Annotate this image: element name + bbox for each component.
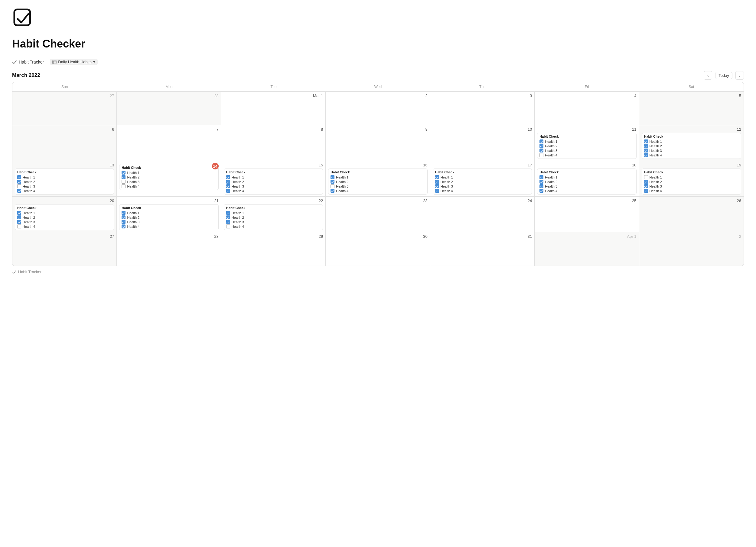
- habit-item-2-2-2[interactable]: Health 3: [226, 184, 321, 188]
- day-cell-4-6[interactable]: 2: [639, 232, 744, 265]
- checkbox-2-5-2[interactable]: [539, 184, 543, 188]
- day-cell-2-4[interactable]: 17Habit CheckHealth 1Health 2Health 3Hea…: [430, 161, 535, 196]
- checkbox-2-0-2[interactable]: [17, 184, 21, 188]
- day-cell-0-0[interactable]: 27: [12, 92, 117, 125]
- day-cell-2-1[interactable]: 14Habit CheckHealth 1Health 2Health 3Hea…: [117, 161, 221, 196]
- day-cell-3-0[interactable]: 20Habit CheckHealth 1Health 2Health 3Hea…: [12, 197, 117, 232]
- day-cell-0-6[interactable]: 5: [639, 92, 744, 125]
- habit-card-3-0[interactable]: Habit CheckHealth 1Health 2Health 3Healt…: [15, 204, 114, 230]
- habit-item-2-3-1[interactable]: Health 2: [331, 180, 425, 184]
- habit-item-2-4-3[interactable]: Health 4: [435, 189, 530, 193]
- habit-item-3-0-2[interactable]: Health 3: [17, 220, 112, 224]
- day-cell-1-3[interactable]: 9: [326, 125, 430, 161]
- habit-card-2-4[interactable]: Habit CheckHealth 1Health 2Health 3Healt…: [433, 168, 532, 194]
- habit-item-2-3-2[interactable]: Health 3: [331, 184, 425, 188]
- day-cell-4-4[interactable]: 31: [430, 232, 535, 265]
- habit-item-3-1-1[interactable]: Health 2: [122, 215, 216, 219]
- checkbox-2-2-0[interactable]: [226, 175, 230, 179]
- habit-item-2-4-2[interactable]: Health 3: [435, 184, 530, 188]
- checkbox-2-0-1[interactable]: [17, 180, 21, 184]
- day-cell-4-1[interactable]: 28: [117, 232, 221, 265]
- habit-card-1-5[interactable]: Habit CheckHealth 1Health 2Health 3Healt…: [537, 133, 636, 159]
- habit-item-2-0-3[interactable]: Health 4: [17, 189, 112, 193]
- checkbox-1-5-2[interactable]: [539, 148, 543, 152]
- checkbox-3-2-0[interactable]: [226, 211, 230, 215]
- habit-item-3-0-1[interactable]: Health 2: [17, 215, 112, 219]
- habit-item-2-0-0[interactable]: Health 1: [17, 175, 112, 179]
- habit-card-2-0[interactable]: Habit CheckHealth 1Health 2Health 3Healt…: [15, 168, 114, 194]
- checkbox-2-5-1[interactable]: [539, 180, 543, 184]
- habit-item-2-2-1[interactable]: Health 2: [226, 180, 321, 184]
- checkbox-2-1-3[interactable]: [122, 184, 125, 188]
- checkbox-2-2-2[interactable]: [226, 184, 230, 188]
- habit-item-1-6-2[interactable]: Health 3: [644, 148, 739, 152]
- day-cell-1-5[interactable]: 11Habit CheckHealth 1Health 2Health 3Hea…: [535, 125, 639, 161]
- day-cell-0-5[interactable]: 4: [535, 92, 639, 125]
- habit-item-2-2-3[interactable]: Health 4: [226, 189, 321, 193]
- checkbox-1-6-0[interactable]: [644, 139, 648, 143]
- habit-item-2-3-3[interactable]: Health 4: [331, 189, 425, 193]
- habit-item-2-5-0[interactable]: Health 1: [539, 175, 634, 179]
- checkbox-3-1-0[interactable]: [122, 211, 125, 215]
- habit-item-2-1-0[interactable]: Health 1: [122, 171, 216, 174]
- habit-item-2-0-1[interactable]: Health 2: [17, 180, 112, 184]
- habit-item-3-1-2[interactable]: Health 3: [122, 220, 216, 224]
- checkbox-3-0-0[interactable]: [17, 211, 21, 215]
- checkbox-2-1-1[interactable]: [122, 175, 125, 179]
- checkbox-2-0-0[interactable]: [17, 175, 21, 179]
- habit-item-3-1-3[interactable]: Health 4: [122, 224, 216, 228]
- habit-tracker-link[interactable]: Habit Tracker: [12, 60, 44, 64]
- checkbox-3-0-2[interactable]: [17, 220, 21, 224]
- day-cell-1-6[interactable]: 12Habit CheckHealth 1Health 2Health 3Hea…: [639, 125, 744, 161]
- checkbox-2-6-3[interactable]: [644, 189, 648, 193]
- day-cell-4-2[interactable]: 29: [221, 232, 326, 265]
- checkbox-2-6-2[interactable]: [644, 184, 648, 188]
- habit-item-2-4-0[interactable]: Health 1: [435, 175, 530, 179]
- checkbox-3-2-2[interactable]: [226, 220, 230, 224]
- day-cell-3-6[interactable]: 26: [639, 197, 744, 232]
- checkbox-3-0-1[interactable]: [17, 215, 21, 219]
- day-cell-1-4[interactable]: 10: [430, 125, 535, 161]
- habit-item-1-6-1[interactable]: Health 2: [644, 144, 739, 148]
- habit-card-3-2[interactable]: Habit CheckHealth 1Health 2Health 3Healt…: [224, 204, 323, 230]
- habit-item-2-5-2[interactable]: Health 3: [539, 184, 634, 188]
- day-cell-2-5[interactable]: 18Habit CheckHealth 1Health 2Health 3Hea…: [535, 161, 639, 196]
- habit-item-3-2-2[interactable]: Health 3: [226, 220, 321, 224]
- day-cell-1-0[interactable]: 6: [12, 125, 117, 161]
- next-month-button[interactable]: ›: [735, 71, 744, 80]
- prev-month-button[interactable]: ‹: [704, 71, 712, 80]
- day-cell-3-1[interactable]: 21Habit CheckHealth 1Health 2Health 3Hea…: [117, 197, 221, 232]
- checkbox-3-2-3[interactable]: [226, 224, 230, 228]
- habit-item-3-2-3[interactable]: Health 4: [226, 224, 321, 228]
- habit-item-2-6-1[interactable]: Health 2: [644, 180, 739, 184]
- checkbox-1-6-3[interactable]: [644, 153, 648, 157]
- day-cell-2-0[interactable]: 13Habit CheckHealth 1Health 2Health 3Hea…: [12, 161, 117, 196]
- habit-item-1-5-2[interactable]: Health 3: [539, 148, 634, 152]
- checkbox-2-4-0[interactable]: [435, 175, 439, 179]
- habit-item-1-5-1[interactable]: Health 2: [539, 144, 634, 148]
- day-cell-2-6[interactable]: 19Habit CheckHealth 1Health 2Health 3Hea…: [639, 161, 744, 196]
- day-cell-4-3[interactable]: 30: [326, 232, 430, 265]
- checkbox-2-5-3[interactable]: [539, 189, 543, 193]
- habit-item-2-5-1[interactable]: Health 2: [539, 180, 634, 184]
- checkbox-1-5-1[interactable]: [539, 144, 543, 148]
- habit-item-2-6-0[interactable]: Health 1: [644, 175, 739, 179]
- day-cell-3-2[interactable]: 22Habit CheckHealth 1Health 2Health 3Hea…: [221, 197, 326, 232]
- habit-item-3-0-3[interactable]: Health 4: [17, 224, 112, 228]
- checkbox-2-1-2[interactable]: [122, 180, 125, 184]
- habit-card-2-3[interactable]: Habit CheckHealth 1Health 2Health 3Healt…: [328, 168, 427, 194]
- habit-item-2-2-0[interactable]: Health 1: [226, 175, 321, 179]
- day-cell-1-1[interactable]: 7: [117, 125, 221, 161]
- habit-item-2-0-2[interactable]: Health 3: [17, 184, 112, 188]
- checkbox-2-3-2[interactable]: [331, 184, 334, 188]
- habit-item-2-6-3[interactable]: Health 4: [644, 189, 739, 193]
- habit-item-2-5-3[interactable]: Health 4: [539, 189, 634, 193]
- habit-card-3-1[interactable]: Habit CheckHealth 1Health 2Health 3Healt…: [119, 204, 218, 230]
- habit-item-2-3-0[interactable]: Health 1: [331, 175, 425, 179]
- checkbox-2-6-1[interactable]: [644, 180, 648, 184]
- habit-card-2-5[interactable]: Habit CheckHealth 1Health 2Health 3Healt…: [537, 168, 636, 194]
- day-cell-4-5[interactable]: Apr 1: [535, 232, 639, 265]
- habit-card-2-1[interactable]: Habit CheckHealth 1Health 2Health 3Healt…: [119, 164, 218, 190]
- checkbox-1-6-2[interactable]: [644, 148, 648, 152]
- checkbox-2-3-1[interactable]: [331, 180, 334, 184]
